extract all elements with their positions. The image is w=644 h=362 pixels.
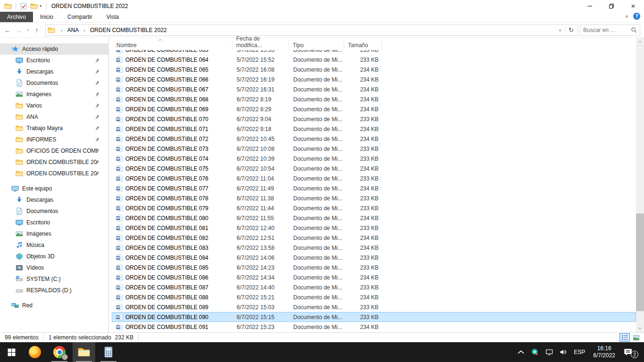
file-row[interactable]: WORDEN DE COMBUSTIBLE 0726/7/2022 10:45D… [112, 134, 636, 144]
file-row[interactable]: WORDEN DE COMBUSTIBLE 0916/7/2022 15:23D… [112, 322, 636, 332]
back-button[interactable]: ← [2, 25, 13, 36]
sidebar-item-oficios-de-orden-combu[interactable]: OFICIOS DE ORDEN COMBU [0, 145, 108, 156]
sidebar-item-red[interactable]: Red [0, 300, 108, 311]
file-type: Documento de Mi... [289, 96, 345, 103]
volume-icon[interactable] [556, 348, 570, 356]
file-row[interactable]: WORDEN DE COMBUSTIBLE 0686/7/2022 8:19Do… [112, 94, 636, 104]
file-row[interactable]: WORDEN DE COMBUSTIBLE 0655/7/2022 16:08D… [112, 65, 636, 74]
address-bar[interactable]: ›ANA›ORDEN COMBUSTIBLE 2022 ∨ ↻ [45, 25, 578, 36]
calculator-taskbar-button[interactable] [97, 342, 120, 362]
ribbon-tab-compartir[interactable]: Compartir [60, 12, 99, 22]
sidebar-item-este-equipo[interactable]: Este equipo [0, 183, 108, 194]
file-row[interactable]: WORDEN DE COMBUSTIBLE 0876/7/2022 14:40D… [112, 282, 636, 292]
sidebar-item-escritorio[interactable]: Escritorio [0, 217, 108, 228]
sidebar-item-escritorio[interactable]: Escritorio [0, 55, 108, 66]
file-row[interactable]: WORDEN DE COMBUSTIBLE 0856/7/2022 14:23D… [112, 263, 636, 272]
ribbon-tab-archivo[interactable]: Archivo [0, 12, 33, 22]
quick-access-check-doc-icon[interactable] [20, 2, 27, 10]
action-center-icon[interactable]: 2 [620, 348, 639, 356]
sidebar-item-im-genes[interactable]: Imágenes [0, 228, 108, 239]
language-indicator[interactable]: ESP [570, 349, 588, 355]
navigation-toolbar: ← → ∨ ↑ ›ANA›ORDEN COMBUSTIBLE 2022 ∨ ↻ … [0, 23, 644, 38]
up-button[interactable]: ↑ [31, 25, 42, 36]
column-header-nombre[interactable]: Nombre [112, 40, 232, 50]
file-row[interactable]: WORDEN DE COMBUSTIBLE 0746/7/2022 10:39D… [112, 154, 636, 164]
file-row[interactable]: WORDEN DE COMBUSTIBLE 0766/7/2022 11:04D… [112, 173, 636, 183]
sidebar-item-informes[interactable]: INFORMES [0, 134, 108, 145]
refresh-icon[interactable]: ↻ [565, 26, 577, 33]
column-header-tama-o[interactable]: Tamaño [344, 40, 382, 50]
file-row[interactable]: WORDEN DE COMBUSTIBLE 0806/7/2022 11:55D… [112, 213, 636, 223]
sidebar-item-descargas[interactable]: Descargas [0, 66, 108, 77]
restore-button[interactable] [601, 0, 622, 12]
file-row[interactable]: WORDEN DE COMBUSTIBLE 0906/7/2022 15:15D… [112, 312, 636, 322]
file-row[interactable]: WORDEN DE COMBUSTIBLE 0645/7/2022 15:52D… [112, 55, 636, 65]
sidebar-item-acceso-r-pido[interactable]: Acceso rápido [0, 43, 108, 55]
file-row[interactable]: WORDEN DE COMBUSTIBLE 0866/7/2022 14:34D… [112, 272, 636, 282]
file-row[interactable]: WORDEN DE COMBUSTIBLE 0756/7/2022 10:54D… [112, 164, 636, 173]
column-header-tipo[interactable]: Tipo [289, 40, 344, 50]
address-dropdown-icon[interactable]: ∨ [555, 28, 566, 33]
sidebar-item-ana[interactable]: ANA [0, 111, 108, 123]
search-input[interactable]: Buscar en ... [580, 25, 640, 36]
file-row[interactable]: WORDEN DE COMBUSTIBLE 0886/7/2022 15:21D… [112, 292, 636, 302]
file-row[interactable]: WORDEN DE COMBUSTIBLE 0826/7/2022 12:51D… [112, 233, 636, 243]
breadcrumb-item[interactable]: ORDEN COMBUSTIBLE 2022 [89, 26, 168, 34]
breadcrumb-item[interactable]: ANA [66, 26, 80, 34]
quick-access-folder-icon[interactable] [30, 2, 38, 10]
sidebar-item-im-genes[interactable]: Imágenes [0, 89, 108, 100]
file-row[interactable]: WORDEN DE COMBUSTIBLE 0675/7/2022 16:31D… [112, 84, 636, 94]
sidebar-item-respaldos-d-[interactable]: RESPALDOS (D:) [0, 285, 108, 296]
sidebar-item-m-sica[interactable]: Música [0, 239, 108, 251]
scrollbar-thumb[interactable] [636, 214, 644, 311]
documents-icon [16, 79, 23, 87]
ribbon-tab-vista[interactable]: Vista [99, 12, 126, 22]
column-header-fecha-de-modifica-[interactable]: Fecha de modifica... [232, 40, 289, 50]
start-button[interactable] [0, 342, 23, 362]
details-view-button[interactable] [619, 333, 630, 342]
sidebar-item-trabajo-mayra[interactable]: Trabajo Mayra [0, 123, 108, 134]
file-row[interactable]: WORDEN DE COMBUSTIBLE 0796/7/2022 11:44D… [112, 203, 636, 213]
scroll-down-icon[interactable] [636, 324, 644, 332]
sidebar-item-varios[interactable]: Varios [0, 100, 108, 111]
recent-locations-icon[interactable]: ∨ [25, 25, 31, 36]
sidebar-item-objetos-3d[interactable]: Objetos 3D [0, 251, 108, 262]
file-modified-date: 6/7/2022 15:21 [233, 294, 289, 301]
file-row[interactable]: WORDEN DE COMBUSTIBLE 0786/7/2022 11:38D… [112, 193, 636, 203]
file-row[interactable]: WORDEN DE COMBUSTIBLE 0776/7/2022 11:49D… [112, 183, 636, 193]
file-row[interactable]: WORDEN DE COMBUSTIBLE 0696/7/2022 8:29Do… [112, 104, 636, 114]
eset-antivirus-icon[interactable]: e [528, 348, 542, 356]
sidebar-item-descargas[interactable]: Descargas [0, 194, 108, 206]
firefox-taskbar-button[interactable] [24, 342, 46, 362]
file-row[interactable]: WORDEN DE COMBUSTIBLE 0706/7/2022 9:04Do… [112, 114, 636, 124]
file-row[interactable]: WORDEN DE COMBUSTIBLE 0635/7/2022 15:33D… [112, 50, 636, 55]
file-row[interactable]: WORDEN DE COMBUSTIBLE 0716/7/2022 9:18Do… [112, 124, 636, 134]
close-button[interactable]: × [622, 0, 644, 12]
chevron-up-icon[interactable] [514, 348, 528, 356]
minimize-button[interactable] [579, 0, 601, 12]
help-icon[interactable]: ? [633, 13, 640, 20]
chrome-taskbar-button[interactable] [48, 342, 71, 362]
file-row[interactable]: WORDEN DE COMBUSTIBLE 0665/7/2022 16:19D… [112, 74, 636, 84]
file-row[interactable]: WORDEN DE COMBUSTIBLE 0736/7/2022 10:08D… [112, 144, 636, 154]
network-status-icon[interactable] [542, 348, 556, 356]
explorer-taskbar-button[interactable] [73, 342, 95, 362]
forward-button[interactable]: → [13, 25, 25, 36]
sidebar-item-v-deos[interactable]: Vídeos [0, 262, 108, 273]
sidebar-item-orden-combustible-2022[interactable]: ORDEN COMBUSTIBLE 2022 [0, 168, 108, 179]
file-row[interactable]: WORDEN DE COMBUSTIBLE 0896/7/2022 15:03D… [112, 302, 636, 312]
sidebar-item-documentos[interactable]: Documentos [0, 206, 108, 217]
ribbon-tab-inicio[interactable]: Inicio [33, 12, 60, 22]
sidebar-item-system-c-[interactable]: SYSTEM (C:) [0, 273, 108, 285]
collapse-ribbon-icon[interactable]: ∨ [625, 14, 628, 19]
qat-dropdown-icon[interactable]: ▾ [40, 4, 41, 8]
vertical-scrollbar[interactable] [636, 38, 644, 332]
file-row[interactable]: WORDEN DE COMBUSTIBLE 0836/7/2022 13:58D… [112, 243, 636, 253]
thumbnail-view-button[interactable] [631, 333, 641, 342]
sidebar-item-orden-combustible-2022[interactable]: ORDEN COMBUSTIBLE 2022 [0, 156, 108, 168]
scroll-up-icon[interactable] [636, 38, 644, 46]
sidebar-item-documentos[interactable]: Documentos [0, 77, 108, 89]
clock[interactable]: 16:16 6/7/2022 [588, 345, 620, 359]
file-row[interactable]: WORDEN DE COMBUSTIBLE 0816/7/2022 12:40D… [112, 223, 636, 233]
file-row[interactable]: WORDEN DE COMBUSTIBLE 0846/7/2022 14:06D… [112, 253, 636, 263]
